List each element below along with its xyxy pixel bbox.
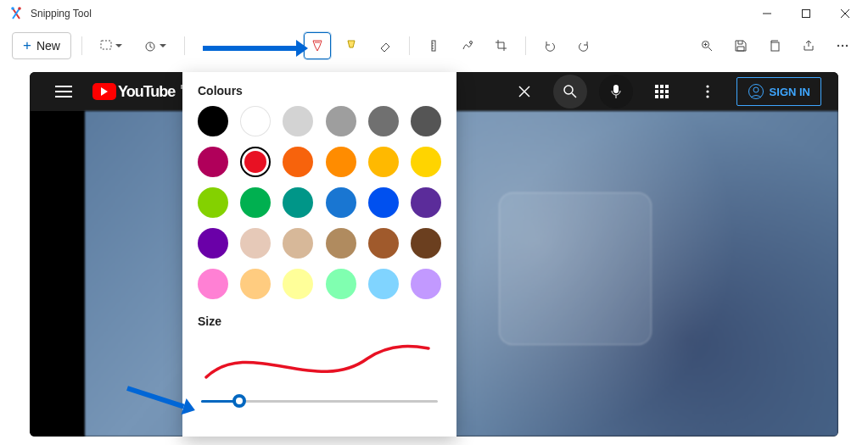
save-button[interactable] [727,32,754,59]
plus-icon: + [23,37,31,54]
color-swatch[interactable] [326,147,356,177]
svg-rect-39 [660,95,664,98]
touch-writing-button[interactable] [454,32,481,59]
color-swatch[interactable] [368,228,399,259]
highlighter-tool-button[interactable] [338,32,365,59]
color-swatch[interactable] [411,228,441,259]
color-swatch[interactable] [326,269,356,299]
toolbar-separator [184,36,185,55]
apps-icon[interactable] [645,75,679,108]
youtube-play-icon [92,83,116,100]
svg-line-9 [150,47,153,48]
clear-search-icon[interactable] [507,75,541,108]
svg-point-23 [846,45,848,47]
svg-point-1 [18,7,21,10]
zoom-button[interactable] [693,32,720,59]
color-swatch[interactable] [198,269,228,299]
svg-rect-33 [660,85,664,88]
chevron-down-icon [160,44,166,47]
eraser-tool-button[interactable] [372,32,399,59]
svg-rect-6 [101,41,111,49]
svg-point-0 [11,7,14,10]
color-swatch[interactable] [283,187,313,218]
user-icon [748,83,764,100]
color-swatch[interactable] [240,228,271,259]
color-swatch[interactable] [240,106,271,136]
svg-point-29 [564,86,573,94]
color-swatch[interactable] [368,147,399,177]
more-button[interactable] [829,32,856,59]
size-preview [198,337,441,384]
youtube-logo[interactable]: YouTube IN [92,83,175,101]
undo-button[interactable] [536,32,563,59]
snip-mode-button[interactable] [92,32,130,59]
slider-thumb[interactable] [232,394,246,408]
svg-rect-40 [665,95,669,98]
color-swatch[interactable] [240,187,271,218]
svg-rect-3 [803,10,810,18]
color-swatch[interactable] [411,187,441,218]
crop-tool-button[interactable] [488,32,515,59]
app-icon [8,6,24,21]
window-title: Snipping Tool [31,8,748,19]
youtube-brand-text: YouTube [118,83,175,101]
callout-arrow [203,46,296,51]
color-swatch[interactable] [198,228,228,259]
svg-point-15 [469,42,472,44]
color-swatch[interactable] [283,106,313,136]
stroke-preview-path [206,347,428,377]
color-swatch[interactable] [411,106,441,136]
svg-point-22 [842,45,843,47]
hamburger-icon[interactable] [47,75,81,108]
color-swatch[interactable] [326,187,356,218]
ruler-tool-button[interactable] [420,32,447,59]
color-swatch[interactable] [326,228,356,259]
color-swatch[interactable] [411,269,441,299]
color-swatch-grid [198,106,441,299]
window-maximize-button[interactable] [787,0,826,27]
svg-point-45 [753,87,759,92]
redo-button[interactable] [570,32,597,59]
copy-button[interactable] [761,32,788,59]
color-swatch[interactable] [283,147,313,177]
sign-in-button[interactable]: SIGN IN [736,77,821,106]
mic-icon[interactable] [599,75,633,108]
sign-in-label: SIGN IN [770,86,810,98]
svg-rect-34 [665,85,669,88]
svg-point-41 [706,85,708,87]
window-minimize-button[interactable] [748,0,787,27]
svg-rect-32 [655,85,658,88]
youtube-sidebar-black [30,111,85,437]
toolbar-separator [81,36,82,55]
color-swatch[interactable] [198,106,228,136]
size-slider[interactable] [198,392,441,409]
color-swatch[interactable] [411,147,441,177]
svg-rect-36 [660,90,664,93]
delay-button[interactable] [137,32,174,59]
pen-options-popup: Colours Size [182,72,456,437]
color-swatch[interactable] [240,269,271,299]
color-swatch[interactable] [283,228,313,259]
toolbar-separator [409,36,410,55]
svg-line-30 [572,93,576,97]
color-swatch[interactable] [198,187,228,218]
color-swatch[interactable] [326,106,356,136]
window-close-button[interactable] [826,0,865,27]
svg-line-17 [708,47,712,51]
svg-point-42 [706,90,708,92]
svg-point-21 [837,45,839,47]
new-snip-button[interactable]: + New [12,32,71,59]
svg-rect-37 [665,90,669,93]
color-swatch[interactable] [368,187,399,218]
colours-heading: Colours [198,84,441,97]
share-button[interactable] [795,32,822,59]
color-swatch[interactable] [283,269,313,299]
new-label: New [36,39,60,53]
color-swatch[interactable] [240,147,271,177]
color-swatch[interactable] [368,106,399,136]
kebab-icon[interactable] [691,75,725,108]
toolbar-separator [525,36,526,55]
color-swatch[interactable] [368,269,399,299]
search-icon[interactable] [553,75,587,108]
color-swatch[interactable] [198,147,228,177]
